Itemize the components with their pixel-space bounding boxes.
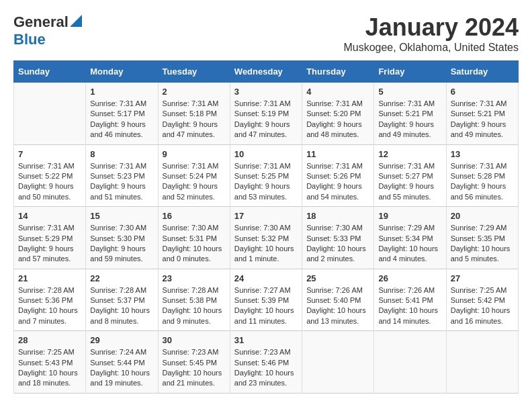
day-info: Sunrise: 7:31 AM Sunset: 5:19 PM Dayligh… — [234, 99, 298, 140]
day-info: Sunrise: 7:25 AM Sunset: 5:43 PM Dayligh… — [18, 347, 81, 389]
calendar-cell: 25Sunrise: 7:26 AM Sunset: 5:40 PM Dayli… — [302, 269, 374, 331]
day-number: 26 — [378, 273, 441, 283]
calendar-cell: 11Sunrise: 7:31 AM Sunset: 5:26 PM Dayli… — [302, 144, 374, 207]
day-info: Sunrise: 7:28 AM Sunset: 5:38 PM Dayligh… — [163, 285, 226, 327]
svg-marker-0 — [70, 15, 82, 27]
day-number: 1 — [90, 87, 153, 97]
day-number: 9 — [163, 149, 226, 159]
calendar-cell: 5Sunrise: 7:31 AM Sunset: 5:21 PM Daylig… — [374, 83, 446, 145]
logo-blue-text: Blue — [13, 31, 46, 48]
day-number: 6 — [451, 87, 514, 97]
day-info: Sunrise: 7:31 AM Sunset: 5:25 PM Dayligh… — [234, 161, 298, 203]
day-info: Sunrise: 7:31 AM Sunset: 5:21 PM Dayligh… — [378, 99, 441, 140]
day-number: 29 — [90, 335, 153, 345]
calendar-week-row: 21Sunrise: 7:28 AM Sunset: 5:36 PM Dayli… — [14, 269, 519, 331]
day-info: Sunrise: 7:29 AM Sunset: 5:34 PM Dayligh… — [378, 223, 441, 265]
calendar-table: SundayMondayTuesdayWednesdayThursdayFrid… — [13, 60, 519, 394]
calendar-cell: 22Sunrise: 7:28 AM Sunset: 5:37 PM Dayli… — [86, 269, 158, 331]
calendar-week-row: 14Sunrise: 7:31 AM Sunset: 5:29 PM Dayli… — [14, 207, 519, 269]
day-number: 20 — [451, 211, 514, 221]
day-info: Sunrise: 7:31 AM Sunset: 5:23 PM Dayligh… — [90, 161, 153, 203]
location-title: Muskogee, Oklahoma, United States — [343, 42, 519, 54]
day-info: Sunrise: 7:24 AM Sunset: 5:44 PM Dayligh… — [90, 347, 153, 389]
day-number: 17 — [234, 211, 298, 221]
day-number: 22 — [90, 273, 153, 283]
day-number: 7 — [18, 149, 81, 159]
day-number: 13 — [451, 149, 514, 159]
day-number: 31 — [234, 335, 298, 345]
calendar-cell: 30Sunrise: 7:23 AM Sunset: 5:45 PM Dayli… — [158, 331, 230, 394]
day-number: 25 — [306, 273, 369, 283]
day-number: 12 — [378, 149, 441, 159]
calendar-cell: 7Sunrise: 7:31 AM Sunset: 5:22 PM Daylig… — [14, 144, 86, 207]
day-info: Sunrise: 7:23 AM Sunset: 5:45 PM Dayligh… — [163, 347, 226, 389]
day-number: 16 — [163, 211, 226, 221]
day-number: 2 — [163, 87, 226, 97]
col-header-tuesday: Tuesday — [158, 61, 230, 83]
calendar-header-row: SundayMondayTuesdayWednesdayThursdayFrid… — [14, 61, 519, 83]
calendar-cell: 21Sunrise: 7:28 AM Sunset: 5:36 PM Dayli… — [14, 269, 86, 331]
calendar-cell: 28Sunrise: 7:25 AM Sunset: 5:43 PM Dayli… — [14, 331, 86, 394]
calendar-cell: 1Sunrise: 7:31 AM Sunset: 5:17 PM Daylig… — [86, 83, 158, 145]
calendar-cell: 29Sunrise: 7:24 AM Sunset: 5:44 PM Dayli… — [86, 331, 158, 394]
logo: General Blue — [13, 13, 82, 48]
day-info: Sunrise: 7:30 AM Sunset: 5:32 PM Dayligh… — [234, 223, 298, 265]
calendar-cell — [302, 331, 374, 394]
calendar-cell: 18Sunrise: 7:30 AM Sunset: 5:33 PM Dayli… — [302, 207, 374, 269]
day-number: 14 — [18, 211, 81, 221]
calendar-cell: 10Sunrise: 7:31 AM Sunset: 5:25 PM Dayli… — [230, 144, 302, 207]
day-info: Sunrise: 7:25 AM Sunset: 5:42 PM Dayligh… — [451, 285, 514, 327]
calendar-cell: 16Sunrise: 7:30 AM Sunset: 5:31 PM Dayli… — [158, 207, 230, 269]
day-info: Sunrise: 7:23 AM Sunset: 5:46 PM Dayligh… — [234, 347, 298, 389]
calendar-cell: 3Sunrise: 7:31 AM Sunset: 5:19 PM Daylig… — [230, 83, 302, 145]
month-title: January 2024 — [343, 13, 519, 42]
calendar-cell: 14Sunrise: 7:31 AM Sunset: 5:29 PM Dayli… — [14, 207, 86, 269]
day-number: 15 — [90, 211, 153, 221]
day-info: Sunrise: 7:28 AM Sunset: 5:37 PM Dayligh… — [90, 285, 153, 327]
day-info: Sunrise: 7:26 AM Sunset: 5:40 PM Dayligh… — [306, 285, 369, 327]
header: General Blue January 2024 Muskogee, Okla… — [13, 13, 519, 54]
day-number: 21 — [18, 273, 81, 283]
day-number: 24 — [234, 273, 298, 283]
day-number: 18 — [306, 211, 369, 221]
day-number: 5 — [378, 87, 441, 97]
calendar-cell — [446, 331, 518, 394]
title-area: January 2024 Muskogee, Oklahoma, United … — [343, 13, 519, 54]
day-number: 19 — [378, 211, 441, 221]
day-info: Sunrise: 7:26 AM Sunset: 5:41 PM Dayligh… — [378, 285, 441, 327]
calendar-cell: 4Sunrise: 7:31 AM Sunset: 5:20 PM Daylig… — [302, 83, 374, 145]
col-header-wednesday: Wednesday — [230, 61, 302, 83]
calendar-cell: 8Sunrise: 7:31 AM Sunset: 5:23 PM Daylig… — [86, 144, 158, 207]
day-info: Sunrise: 7:28 AM Sunset: 5:36 PM Dayligh… — [18, 285, 81, 327]
calendar-week-row: 28Sunrise: 7:25 AM Sunset: 5:43 PM Dayli… — [14, 331, 519, 394]
day-number: 23 — [163, 273, 226, 283]
calendar-week-row: 1Sunrise: 7:31 AM Sunset: 5:17 PM Daylig… — [14, 83, 519, 145]
day-info: Sunrise: 7:31 AM Sunset: 5:20 PM Dayligh… — [306, 99, 369, 140]
calendar-cell: 9Sunrise: 7:31 AM Sunset: 5:24 PM Daylig… — [158, 144, 230, 207]
day-number: 11 — [306, 149, 369, 159]
calendar-cell: 26Sunrise: 7:26 AM Sunset: 5:41 PM Dayli… — [374, 269, 446, 331]
day-number: 3 — [234, 87, 298, 97]
col-header-sunday: Sunday — [14, 61, 86, 83]
day-number: 30 — [163, 335, 226, 345]
day-info: Sunrise: 7:31 AM Sunset: 5:22 PM Dayligh… — [18, 161, 81, 203]
day-info: Sunrise: 7:29 AM Sunset: 5:35 PM Dayligh… — [451, 223, 514, 265]
calendar-cell: 23Sunrise: 7:28 AM Sunset: 5:38 PM Dayli… — [158, 269, 230, 331]
calendar-cell: 12Sunrise: 7:31 AM Sunset: 5:27 PM Dayli… — [374, 144, 446, 207]
col-header-thursday: Thursday — [302, 61, 374, 83]
calendar-cell: 2Sunrise: 7:31 AM Sunset: 5:18 PM Daylig… — [158, 83, 230, 145]
day-info: Sunrise: 7:31 AM Sunset: 5:27 PM Dayligh… — [378, 161, 441, 203]
day-info: Sunrise: 7:30 AM Sunset: 5:31 PM Dayligh… — [163, 223, 226, 265]
day-info: Sunrise: 7:31 AM Sunset: 5:18 PM Dayligh… — [163, 99, 226, 140]
day-info: Sunrise: 7:30 AM Sunset: 5:30 PM Dayligh… — [90, 223, 153, 265]
day-info: Sunrise: 7:31 AM Sunset: 5:29 PM Dayligh… — [18, 223, 81, 265]
calendar-week-row: 7Sunrise: 7:31 AM Sunset: 5:22 PM Daylig… — [14, 144, 519, 207]
day-info: Sunrise: 7:31 AM Sunset: 5:17 PM Dayligh… — [90, 99, 153, 140]
calendar-cell: 17Sunrise: 7:30 AM Sunset: 5:32 PM Dayli… — [230, 207, 302, 269]
logo-general-text: General — [13, 13, 69, 31]
day-number: 28 — [18, 335, 81, 345]
logo-arrow-icon — [70, 15, 82, 27]
day-info: Sunrise: 7:31 AM Sunset: 5:21 PM Dayligh… — [451, 99, 514, 140]
calendar-cell — [374, 331, 446, 394]
calendar-cell: 13Sunrise: 7:31 AM Sunset: 5:28 PM Dayli… — [446, 144, 518, 207]
